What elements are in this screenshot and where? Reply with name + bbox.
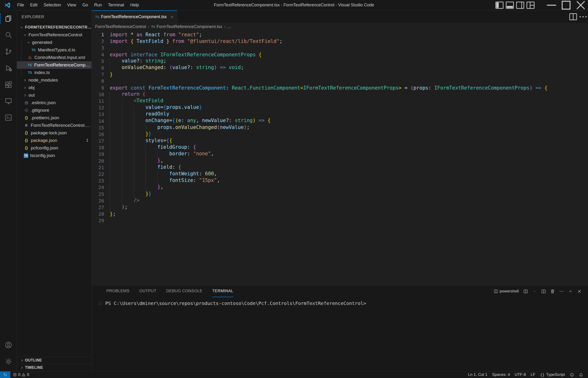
code-editor[interactable]: 1 import * as React from "react"; 2 impo…	[92, 31, 588, 224]
menu-selection[interactable]: Selection	[40, 0, 64, 10]
toggle-secondary-sidebar-icon[interactable]	[515, 0, 525, 10]
line-number[interactable]: 21	[92, 165, 104, 170]
activity-accounts[interactable]	[0, 337, 17, 353]
problems-status[interactable]: 0 0	[10, 372, 32, 377]
line-number[interactable]: 17	[92, 138, 104, 144]
code-line[interactable]: 7 }	[92, 71, 588, 78]
tree-item-formtextreferencecomponent-tsx[interactable]: TS FormTextReferenceComponent.tsx	[17, 61, 92, 69]
line-number[interactable]: 12	[92, 105, 104, 110]
section-outline[interactable]: OUTLINE	[17, 357, 92, 364]
code-line[interactable]: 28 };	[92, 211, 588, 217]
code-line[interactable]: 6 onValueChanged: (value?: string) => vo…	[92, 65, 588, 71]
code-line[interactable]: 1 import * as React from "react";	[92, 31, 588, 38]
code-line[interactable]: 10 return (	[92, 91, 588, 98]
line-number[interactable]: 2	[92, 38, 104, 44]
close-window-button[interactable]	[573, 0, 588, 10]
line-number[interactable]: 18	[92, 145, 104, 150]
section-timeline[interactable]: TIMELINE	[17, 364, 92, 371]
tree-item-formtextreferencecontrol[interactable]: FORMTEXTREFERENCECONTROL	[17, 24, 92, 31]
code-line[interactable]: 8	[92, 78, 588, 84]
panel-tab-debug-console[interactable]: DEBUG CONSOLE	[166, 285, 203, 297]
menu-run[interactable]: Run	[91, 0, 105, 10]
panel-tab-problems[interactable]: PROBLEMS	[106, 285, 129, 297]
activity-explorer[interactable]	[0, 10, 17, 27]
line-number[interactable]: 11	[92, 98, 104, 104]
split-terminal-icon[interactable]	[539, 287, 548, 296]
code-line[interactable]: 15 props.onValueChanged(newValue);	[92, 124, 588, 131]
tree-item-obj[interactable]: obj	[17, 84, 92, 92]
launch-profile-icon[interactable]	[521, 287, 530, 296]
line-number[interactable]: 13	[92, 111, 104, 117]
tree-item-package-lock-json[interactable]: {} package-lock.json	[17, 129, 92, 137]
code-line[interactable]: 19 border: "none",	[92, 151, 588, 157]
line-number[interactable]: 3	[92, 45, 104, 51]
code-line[interactable]: 29	[92, 217, 588, 224]
tree-item-formtextreferencecontrol-pcfproj[interactable]: ≡ FormTextReferenceControl.pcfproj	[17, 122, 92, 129]
tree-item-index-ts[interactable]: TS index.ts	[17, 69, 92, 76]
code-line[interactable]: 18 fieldGroup: {	[92, 144, 588, 151]
code-line[interactable]: 27 );	[92, 204, 588, 211]
tree-item-package-json[interactable]: {} package.json1	[17, 137, 92, 144]
menu-view[interactable]: View	[64, 0, 79, 10]
code-line[interactable]: 20 },	[92, 158, 588, 164]
code-line[interactable]: 24 },	[92, 184, 588, 191]
kill-terminal-icon[interactable]	[548, 287, 557, 296]
customize-layout-icon[interactable]	[525, 0, 536, 10]
split-editor-icon[interactable]	[568, 12, 578, 22]
maximize-panel-icon[interactable]	[566, 287, 575, 296]
code-line[interactable]: 22 fontWeight: 600,	[92, 171, 588, 177]
close-panel-icon[interactable]	[575, 287, 584, 296]
status-notifications[interactable]	[576, 373, 586, 377]
tree-item-formtextreferencecontrol[interactable]: FormTextReferenceControl	[17, 31, 92, 39]
launch-profile-dropdown-icon[interactable]	[530, 287, 539, 296]
activity-settings[interactable]	[0, 353, 17, 370]
minimize-button[interactable]	[544, 0, 559, 10]
line-number[interactable]: 25	[92, 191, 104, 197]
maximize-button[interactable]	[559, 0, 573, 10]
activity-source-control[interactable]	[0, 43, 17, 60]
code-line[interactable]: 12 value={props.value}	[92, 104, 588, 111]
line-number[interactable]: 7	[92, 72, 104, 77]
code-line[interactable]: 9 export const FormTextReferenceComponen…	[92, 85, 588, 91]
line-number[interactable]: 10	[92, 92, 104, 97]
status-encoding[interactable]: UTF-8	[512, 372, 528, 377]
activity-remote-explorer[interactable]	[0, 93, 17, 109]
activity-run-and-debug[interactable]	[0, 60, 17, 76]
line-number[interactable]: 15	[92, 125, 104, 131]
activity-extensions[interactable]	[0, 76, 17, 93]
terminal[interactable]: PS C:\Users\dminer\source\repos\products…	[92, 297, 588, 306]
tree-item-generated[interactable]: generated	[17, 39, 92, 46]
code-line[interactable]: 3	[92, 44, 588, 51]
tree-item-controlmanifest-input-xml[interactable]: ControlManifest.Input.xml	[17, 54, 92, 61]
code-line[interactable]: 21 field: {	[92, 164, 588, 171]
line-number[interactable]: 24	[92, 185, 104, 190]
tree-item-pcfconfig-json[interactable]: {} pcfconfig.json	[17, 144, 92, 152]
code-line[interactable]: 4 export interface IFormTextReferenceCom…	[92, 51, 588, 58]
line-number[interactable]: 28	[92, 211, 104, 217]
menu-file[interactable]: File	[14, 0, 27, 10]
toggle-primary-sidebar-icon[interactable]	[494, 0, 505, 10]
line-number[interactable]: 16	[92, 132, 104, 137]
status-language-mode[interactable]: {}TypeScript	[537, 372, 567, 377]
tree-item--gitignore[interactable]: .gitignore	[17, 107, 92, 114]
tree-item-manifesttypes-d-ts[interactable]: TS ManifestTypes.d.ts	[17, 46, 92, 54]
terminal-profile-tab[interactable]: powershell	[494, 289, 519, 294]
code-line[interactable]: 17 styles={{	[92, 138, 588, 144]
line-number[interactable]: 14	[92, 118, 104, 124]
line-number[interactable]: 6	[92, 65, 104, 71]
tree-item-out[interactable]: out	[17, 92, 92, 99]
status-indentation[interactable]: Spaces: 4	[490, 372, 512, 377]
line-number[interactable]: 4	[92, 52, 104, 57]
remote-indicator-button[interactable]	[0, 371, 10, 378]
line-number[interactable]: 19	[92, 151, 104, 157]
tree-item--prettierrc-json[interactable]: {} .prettierrc.json	[17, 114, 92, 122]
tree-item--eslintrc-json[interactable]: .eslintrc.json	[17, 99, 92, 107]
line-number[interactable]: 26	[92, 198, 104, 204]
code-line[interactable]: 16 }}	[92, 131, 588, 138]
code-line[interactable]: 5 value?: string;	[92, 58, 588, 65]
breadcrumb-file[interactable]: FormTextReferenceComponent.tsx	[157, 24, 222, 29]
code-line[interactable]: 2 import { TextField } from "@fluentui/r…	[92, 38, 588, 44]
close-tab-icon[interactable]	[170, 15, 174, 19]
status-feedback[interactable]	[567, 373, 576, 377]
code-line[interactable]: 25 }}	[92, 191, 588, 198]
